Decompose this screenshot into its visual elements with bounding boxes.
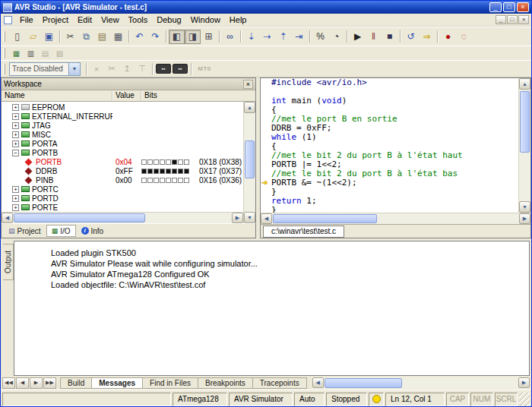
step-out-icon[interactable]: ⇡ <box>275 30 291 44</box>
scroll-track[interactable] <box>13 213 232 223</box>
print-icon[interactable]: ▦ <box>110 30 126 44</box>
menu-debug[interactable]: Debug <box>152 14 185 25</box>
output-side-tab[interactable]: Output <box>2 241 14 376</box>
show-watch-view-icon[interactable]: ▧ <box>52 47 67 59</box>
group-row-eeprom[interactable]: +EEPROM <box>2 103 243 112</box>
bit-checkbox[interactable] <box>141 159 147 165</box>
line-margin[interactable] <box>261 133 271 142</box>
maximize-button[interactable]: □ <box>503 2 515 12</box>
bit-checkbox[interactable] <box>141 169 147 174</box>
toolbar-drag-handle[interactable] <box>3 64 5 74</box>
open-file-icon[interactable]: ▱ <box>25 30 41 44</box>
line-margin[interactable] <box>261 78 271 87</box>
bit-checkbox[interactable] <box>172 159 177 165</box>
expand-icon[interactable]: + <box>12 195 19 202</box>
scroll-right-icon[interactable]: ▶ <box>232 213 243 223</box>
group-row-portd[interactable]: +PORTD <box>2 194 243 203</box>
menu-view[interactable]: View <box>97 14 124 25</box>
bit-checkbox[interactable] <box>160 169 165 174</box>
menu-edit[interactable]: Edit <box>73 14 97 25</box>
title-bar[interactable]: AVR Studio - [AVR Simulator - test.c] _ … <box>1 1 531 14</box>
bit-checkbox[interactable] <box>166 169 171 174</box>
code-line[interactable]: while (1) <box>261 133 518 142</box>
toolbar-drag-handle[interactable] <box>3 31 5 42</box>
bit-checkbox[interactable] <box>178 169 183 174</box>
scroll-left-icon[interactable]: ◀ <box>2 213 13 223</box>
editor-vscrollbar[interactable]: ▲ ▼ <box>518 78 530 213</box>
bit-checkbox[interactable] <box>178 159 183 165</box>
minimize-button[interactable]: _ <box>489 2 502 12</box>
bit-checkbox[interactable] <box>141 178 147 183</box>
line-margin[interactable] <box>261 206 271 213</box>
clear-trace-icon[interactable]: × <box>89 62 104 75</box>
tab-info[interactable]: iInfo <box>76 225 109 237</box>
expand-icon[interactable]: + <box>12 131 19 138</box>
undo-icon[interactable]: ↶ <box>131 30 147 44</box>
show-memory-view-icon[interactable]: ▤ <box>38 47 52 59</box>
bit-checkbox[interactable] <box>172 169 177 174</box>
scroll-right-icon[interactable]: ▶ <box>519 213 530 224</box>
tab-messages[interactable]: Messages <box>92 377 143 389</box>
line-margin[interactable] <box>261 96 271 106</box>
step-over-icon[interactable]: ⇢ <box>259 30 275 44</box>
bit-checkbox[interactable] <box>147 159 153 165</box>
column-header-name[interactable]: Name <box>2 90 112 101</box>
scroll-left-icon[interactable]: ◀ <box>261 213 272 224</box>
bit-checkbox[interactable] <box>166 178 171 183</box>
expand-icon[interactable]: + <box>12 113 19 120</box>
run-icon[interactable]: ▶ <box>350 30 366 44</box>
tab-breakpoints[interactable]: Breakpoints <box>198 377 253 389</box>
mdi-restore-button[interactable]: □ <box>507 15 518 24</box>
expand-icon[interactable]: + <box>12 104 19 111</box>
bit-checkbox[interactable] <box>184 178 189 183</box>
scroll-thumb[interactable] <box>14 213 145 222</box>
scroll-thumb[interactable] <box>245 140 255 178</box>
expand-icon[interactable]: + <box>12 122 19 129</box>
tab-build[interactable]: Build <box>60 377 92 389</box>
line-margin[interactable] <box>261 106 271 115</box>
column-header-value[interactable]: Value <box>112 90 141 101</box>
scroll-left-icon[interactable]: ◀ <box>312 377 324 388</box>
mdi-minimize-button[interactable]: _ <box>496 15 506 24</box>
bit-checkbox[interactable] <box>178 178 183 183</box>
code-area[interactable]: #include <avr/io.h>int main (void){//met… <box>261 78 518 213</box>
toggle-workspace-view-icon[interactable]: ◧ <box>169 30 185 44</box>
bit-checkbox[interactable] <box>147 178 153 183</box>
menu-file[interactable]: File <box>15 14 38 25</box>
paste-icon[interactable]: ▤ <box>94 30 110 44</box>
mt0-indicator-icon[interactable]: MT0 <box>194 62 215 75</box>
tab-scroll-prev-icon[interactable]: ◀ <box>16 377 29 389</box>
line-margin[interactable] <box>261 197 271 206</box>
mdi-close-button[interactable]: × <box>518 15 529 24</box>
group-row-external-interrupt[interactable]: +EXTERNAL_INTERRUPT <box>2 112 243 121</box>
scroll-track[interactable] <box>324 377 518 389</box>
menu-help[interactable]: Help <box>225 14 252 25</box>
trace-combo[interactable]: Trace Disabled ▼ <box>9 62 81 76</box>
code-line[interactable]: int main (void) <box>261 96 518 106</box>
bit-checkbox[interactable] <box>154 178 159 183</box>
output-hscrollbar[interactable]: ◀ ▶ <box>312 377 530 389</box>
scroll-up-icon[interactable]: ▲ <box>244 102 255 113</box>
scroll-right-icon[interactable]: ▶ <box>518 377 530 388</box>
scroll-up-icon[interactable]: ▲ <box>519 78 530 90</box>
register-row-portb[interactable]: PORTB0x040X18 (0X38) <box>2 157 243 166</box>
scroll-track[interactable] <box>519 90 530 201</box>
cascade-windows-icon[interactable]: ⊞ <box>201 30 217 44</box>
workspace-vscrollbar[interactable]: ▲ ▼ <box>243 102 255 223</box>
editor-hscrollbar[interactable]: ◀ ▶ <box>261 213 530 224</box>
bit-checkbox[interactable] <box>166 159 171 165</box>
reset-icon[interactable]: ↺ <box>403 30 419 44</box>
show-io-view-icon[interactable]: ▦ <box>9 47 24 59</box>
cut-icon[interactable]: ✂ <box>62 30 78 44</box>
register-row-ddrb[interactable]: DDRB0xFF0X17 (0X37) <box>2 166 243 175</box>
find-icon[interactable]: ∞ <box>222 30 238 44</box>
scroll-down-icon[interactable]: ▼ <box>244 212 255 223</box>
code-line[interactable]: ➔PORTB &= ~(1<<2); <box>261 178 518 188</box>
pause-icon[interactable]: ‖ <box>366 30 382 44</box>
expand-icon[interactable]: + <box>12 204 19 211</box>
auto-step-icon[interactable]: % <box>312 30 328 44</box>
bit-checkbox[interactable] <box>184 159 189 165</box>
tab-project[interactable]: ▤Project <box>3 225 46 237</box>
close-button[interactable]: × <box>517 2 529 12</box>
document-tab[interactable]: c:\winavr\test\test.c <box>263 226 344 238</box>
